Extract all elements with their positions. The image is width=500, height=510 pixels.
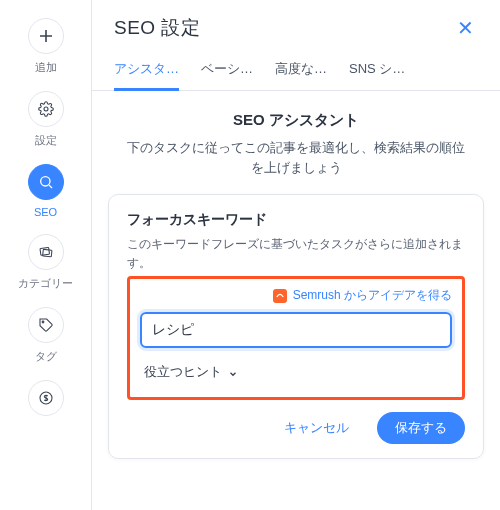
chevron-down-icon	[228, 369, 238, 379]
close-icon: ✕	[457, 17, 474, 39]
rail-label: カテゴリー	[18, 276, 73, 291]
tab-bar: アシスタ… ベーシ… 高度な… SNS シ…	[92, 42, 500, 91]
dollar-icon	[28, 380, 64, 416]
tab-sns[interactable]: SNS シ…	[349, 60, 405, 90]
close-button[interactable]: ✕	[453, 14, 478, 42]
assistant-hero-subtitle: 下のタスクに従ってこの記事を最適化し、検索結果の順位を上げましょう	[108, 138, 484, 178]
svg-rect-2	[40, 247, 50, 255]
panel-body: SEO アシスタント 下のタスクに従ってこの記事を最適化し、検索結果の順位を上げ…	[92, 91, 500, 510]
cards-icon	[28, 234, 64, 270]
main-panel: SEO 設定 ✕ アシスタ… ベーシ… 高度な… SNS シ… SEO アシスタ…	[92, 0, 500, 510]
highlight-box: Semrush からアイデアを得る 役立つヒント	[127, 276, 465, 400]
rail-label: 設定	[35, 133, 57, 148]
rail-item-monetize[interactable]	[28, 380, 64, 422]
focus-keyword-desc: このキーワードフレーズに基づいたタスクがさらに追加されます。	[127, 235, 465, 272]
assistant-hero-title: SEO アシスタント	[108, 111, 484, 130]
search-icon	[28, 164, 64, 200]
helpful-hint-toggle[interactable]: 役立つヒント	[140, 358, 242, 387]
card-actions: キャンセル 保存する	[127, 412, 465, 444]
panel-header: SEO 設定 ✕	[92, 0, 500, 42]
rail-label: SEO	[34, 206, 57, 218]
cancel-button[interactable]: キャンセル	[266, 412, 367, 444]
page-title: SEO 設定	[114, 15, 200, 41]
tag-icon	[28, 307, 64, 343]
svg-rect-3	[42, 249, 51, 257]
left-rail: 追加 設定 SEO カテゴリー タグ	[0, 0, 92, 510]
focus-keyword-title: フォーカスキーワード	[127, 211, 465, 229]
hint-row: 役立つヒント	[140, 358, 452, 387]
focus-keyword-card: フォーカスキーワード このキーワードフレーズに基づいたタスクがさらに追加されます…	[108, 194, 484, 459]
semrush-ideas-link[interactable]: Semrush からアイデアを得る	[293, 287, 452, 304]
focus-keyword-input[interactable]	[140, 312, 452, 348]
helpful-hint-label: 役立つヒント	[144, 364, 222, 381]
plus-icon	[28, 18, 64, 54]
semrush-icon	[273, 289, 287, 303]
tab-basic[interactable]: ベーシ…	[201, 60, 253, 90]
save-button[interactable]: 保存する	[377, 412, 465, 444]
semrush-row: Semrush からアイデアを得る	[140, 287, 452, 304]
rail-item-add[interactable]: 追加	[28, 18, 64, 75]
tab-assistant[interactable]: アシスタ…	[114, 60, 179, 91]
rail-item-settings[interactable]: 設定	[28, 91, 64, 148]
rail-item-seo[interactable]: SEO	[28, 164, 64, 218]
assistant-hero: SEO アシスタント 下のタスクに従ってこの記事を最適化し、検索結果の順位を上げ…	[108, 111, 484, 178]
gear-icon	[28, 91, 64, 127]
rail-item-category[interactable]: カテゴリー	[18, 234, 73, 291]
svg-point-0	[44, 107, 48, 111]
svg-point-1	[40, 177, 49, 186]
svg-point-4	[42, 321, 44, 323]
app-root: 追加 設定 SEO カテゴリー タグ	[0, 0, 500, 510]
rail-label: 追加	[35, 60, 57, 75]
rail-label: タグ	[35, 349, 57, 364]
rail-item-tag[interactable]: タグ	[28, 307, 64, 364]
tab-advanced[interactable]: 高度な…	[275, 60, 327, 90]
